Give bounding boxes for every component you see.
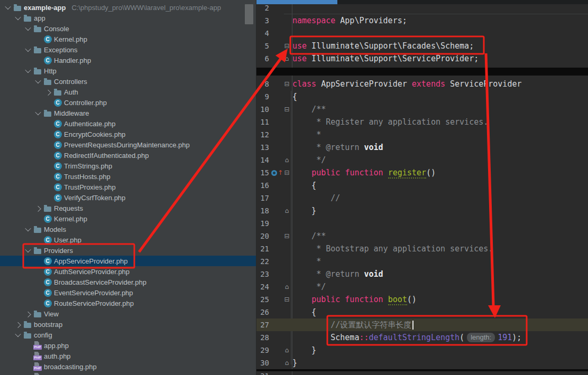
code-line-30[interactable]: 30⌂} — [256, 357, 588, 369]
tree-item-trusthosts-php[interactable]: CTrustHosts.php — [0, 171, 256, 182]
code-line-13[interactable]: 13 * @return void — [256, 141, 588, 154]
code-line-28[interactable]: 28 Schema::defaultStringLength(length:19… — [256, 331, 588, 344]
tree-item-app[interactable]: app — [0, 13, 256, 23]
tree-item-broadcastserviceprovider-php[interactable]: CBroadcastServiceProvider.php — [0, 277, 256, 287]
code-line-23[interactable]: 23 * @return void — [256, 268, 588, 280]
tree-item-authenticate-php[interactable]: CAuthenticate.php — [0, 118, 256, 129]
tree-item-models[interactable]: Models — [0, 224, 256, 235]
chevron-down-icon[interactable] — [14, 15, 21, 22]
line-number[interactable]: 29 — [256, 346, 269, 354]
tree-item-example-app[interactable]: example-appC:\phpstudy_pro\WWW\laravel_p… — [0, 2, 256, 13]
tree-item-console[interactable]: Console — [0, 23, 256, 34]
code-line-6[interactable]: 6⌂use Illuminate\Support\ServiceProvider… — [256, 52, 588, 65]
code-line-24[interactable]: 24⌂ */ — [256, 280, 588, 293]
code-line-20[interactable]: 20⊟ /** — [256, 230, 588, 242]
tree-scrollbar-thumb[interactable] — [245, 4, 253, 24]
line-number[interactable]: 9 — [256, 92, 269, 101]
code-line-18[interactable]: 18⌂ } — [256, 204, 588, 217]
tree-item-trimstrings-php[interactable]: CTrimStrings.php — [0, 161, 256, 171]
fold-open-icon[interactable]: ⊟ — [283, 103, 291, 116]
line-number[interactable]: 19 — [256, 219, 269, 228]
line-number[interactable]: 5 — [256, 42, 269, 50]
chevron-down-icon[interactable] — [24, 226, 31, 233]
line-number[interactable]: 17 — [256, 194, 269, 202]
tree-item-appserviceprovider-php[interactable]: CAppServiceProvider.php — [0, 256, 256, 266]
code-line-22[interactable]: 22 * — [256, 255, 588, 268]
code-line-5[interactable]: 5⊟use Illuminate\Support\Facades\Schema; — [256, 40, 588, 52]
code-line-26[interactable]: 26 { — [256, 306, 588, 318]
tree-item-view[interactable]: View — [0, 308, 256, 319]
line-number[interactable]: 21 — [256, 245, 269, 253]
code-line-21[interactable]: 21 * Bootstrap any application services. — [256, 242, 588, 255]
code-line-27[interactable]: 27 //设置默认字符串长度 — [256, 318, 588, 331]
line-number[interactable]: 10 — [256, 105, 269, 114]
code-line-12[interactable]: 12 * — [256, 128, 588, 141]
tree-item-verifycsrftoken-php[interactable]: CVerifyCsrfToken.php — [0, 192, 256, 203]
tree-item-auth-php[interactable]: PHPauth.php — [0, 351, 256, 361]
fold-close-icon[interactable]: ⌂ — [283, 357, 291, 369]
fold-close-icon[interactable]: ⌂ — [283, 52, 291, 65]
code-line-25[interactable]: 25⊟ public function boot() — [256, 293, 588, 306]
line-number[interactable]: 30 — [256, 359, 269, 367]
code-line-8[interactable]: 8⊟class AppServiceProvider extends Servi… — [256, 78, 588, 90]
tree-item-controller-php[interactable]: CController.php — [0, 97, 256, 108]
tree-item-controllers[interactable]: Controllers — [0, 76, 256, 87]
tree-item-http[interactable]: Http — [0, 65, 256, 76]
tree-item-kernel-php[interactable]: CKernel.php — [0, 34, 256, 44]
tree-item-routeserviceprovider-php[interactable]: CRouteServiceProvider.php — [0, 298, 256, 308]
line-number[interactable]: 26 — [256, 308, 269, 316]
chevron-down-icon[interactable] — [24, 68, 31, 74]
code-line-10[interactable]: 10⊟ /** — [256, 103, 588, 116]
chevron-right-icon[interactable] — [24, 311, 31, 317]
tree-item-providers[interactable]: Providers — [0, 245, 256, 256]
line-number[interactable]: 4 — [256, 29, 269, 38]
code-line-11[interactable]: 11 * Register any application services. — [256, 116, 588, 128]
line-number[interactable]: 14 — [256, 156, 269, 164]
line-number[interactable]: 15 — [256, 168, 269, 177]
fold-open-icon[interactable]: ⊟ — [283, 40, 291, 52]
fold-open-icon[interactable]: ⊟ — [283, 293, 291, 306]
chevron-down-icon[interactable] — [24, 247, 31, 254]
line-number[interactable]: 23 — [256, 270, 269, 278]
tree-item-app-php[interactable]: PHPapp.php — [0, 340, 256, 351]
tree-item-auth[interactable]: Auth — [0, 87, 256, 97]
tree-item-config[interactable]: config — [0, 330, 256, 340]
fold-close-icon[interactable]: ⌂ — [283, 344, 291, 357]
chevron-down-icon[interactable] — [34, 78, 41, 85]
fold-open-icon[interactable]: ⊟ — [283, 78, 291, 90]
chevron-down-icon[interactable] — [24, 46, 31, 53]
tree-item-redirectifauthenticated-php[interactable]: CRedirectIfAuthenticated.php — [0, 150, 256, 161]
fold-close-icon[interactable]: ⌂ — [283, 280, 291, 293]
tree-item-handler-php[interactable]: CHandler.php — [0, 55, 256, 65]
line-number[interactable]: 22 — [256, 257, 269, 266]
line-number[interactable]: 25 — [256, 295, 269, 304]
tree-item-bootstrap[interactable]: bootstrap — [0, 319, 256, 330]
tree-item-encryptcookies-php[interactable]: CEncryptCookies.php — [0, 129, 256, 139]
tree-item-user-php[interactable]: CUser.php — [0, 235, 256, 245]
tree-item-trustproxies-php[interactable]: CTrustProxies.php — [0, 182, 256, 192]
line-number[interactable]: 27 — [256, 321, 269, 329]
tree-item-broadcasting-php[interactable]: PHPbroadcasting.php — [0, 361, 256, 372]
chevron-down-icon[interactable] — [14, 332, 21, 339]
override-method-gutter-icon[interactable]: ↑ — [269, 170, 283, 176]
code-line-31[interactable]: 31 — [256, 369, 588, 375]
fold-close-icon[interactable]: ⌂ — [283, 154, 291, 166]
line-number[interactable]: 12 — [256, 130, 269, 139]
code-line-15[interactable]: 15↑⊟ public function register() — [256, 166, 588, 179]
chevron-down-icon[interactable] — [24, 25, 31, 32]
line-number[interactable]: 16 — [256, 181, 269, 190]
fold-close-icon[interactable]: ⌂ — [283, 204, 291, 217]
line-number[interactable]: 31 — [256, 371, 269, 375]
code-line-4[interactable]: 4 — [256, 27, 588, 40]
code-line-3[interactable]: 3namespace App\Providers; — [256, 14, 588, 27]
line-number[interactable]: 2 — [256, 4, 269, 12]
tree-item-authserviceprovider-php[interactable]: CAuthServiceProvider.php — [0, 266, 256, 277]
fold-open-icon[interactable]: ⊟ — [283, 166, 291, 179]
tree-item-eventserviceprovider-php[interactable]: CEventServiceProvider.php — [0, 287, 256, 298]
line-number[interactable]: 24 — [256, 283, 269, 291]
tree-item-middleware[interactable]: Middleware — [0, 108, 256, 118]
line-number[interactable]: 18 — [256, 207, 269, 215]
code-line-19[interactable]: 19 — [256, 217, 588, 230]
line-number[interactable]: 11 — [256, 118, 269, 126]
tree-item-kernel-php[interactable]: CKernel.php — [0, 213, 256, 224]
